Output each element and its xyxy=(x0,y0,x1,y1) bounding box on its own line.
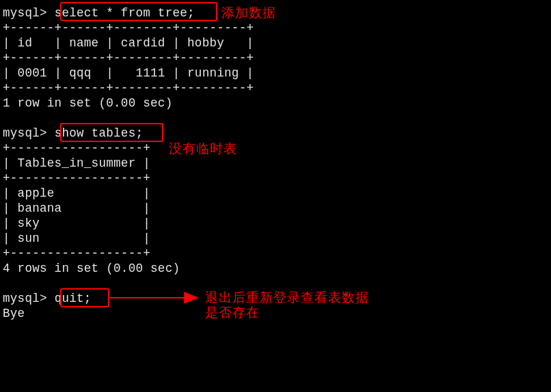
terminal-line: mysql> quit; xyxy=(3,291,548,306)
table-separator: +------+------+--------+---------+ xyxy=(3,20,548,36)
table-separator: +------------------+ xyxy=(3,171,548,186)
table-separator: +------------------+ xyxy=(3,246,548,261)
table-header: | id | name | cardid | hobby | xyxy=(3,36,548,51)
table-row: | banana | xyxy=(3,201,548,216)
prompt: mysql> xyxy=(3,6,55,20)
sql-command-select: select * from tree; xyxy=(55,6,195,20)
table-separator: +------------------+ xyxy=(3,141,548,156)
sql-command-show-tables: show tables; xyxy=(55,126,144,140)
prompt: mysql> xyxy=(3,126,55,140)
result-summary: 4 rows in set (0.00 sec) xyxy=(3,261,548,276)
blank-line xyxy=(3,276,548,291)
sql-command-quit: quit; xyxy=(55,292,92,305)
result-summary: 1 row in set (0.00 sec) xyxy=(3,96,548,111)
table-header: | Tables_in_summer | xyxy=(3,156,548,171)
table-row: | sun | xyxy=(3,231,548,246)
terminal-line: mysql> show tables; xyxy=(3,126,548,141)
table-row: | 0001 | qqq | 1111 | running | xyxy=(3,66,548,81)
table-separator: +------+------+--------+---------+ xyxy=(3,51,548,66)
bye-message: Bye xyxy=(3,306,548,321)
table-row: | apple | xyxy=(3,186,548,201)
terminal-line: mysql> select * from tree; xyxy=(3,5,548,20)
table-row: | sky | xyxy=(3,216,548,231)
prompt: mysql> xyxy=(3,292,55,305)
blank-line xyxy=(3,111,548,126)
table-separator: +------+------+--------+---------+ xyxy=(3,81,548,96)
